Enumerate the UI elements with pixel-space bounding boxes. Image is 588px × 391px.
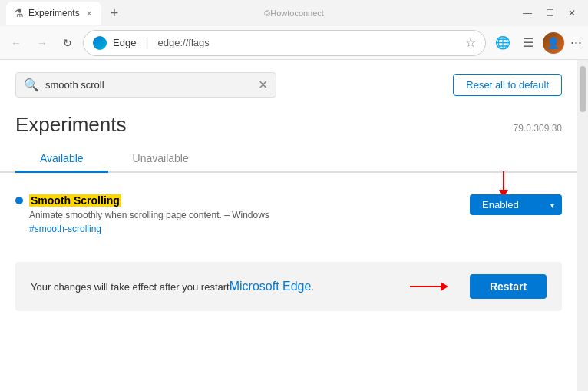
tab-available[interactable]: Available (15, 146, 108, 173)
banner-text-before: Your changes will take effect after you … (31, 281, 230, 293)
page-title-area: Experiments 79.0.309.30 (0, 107, 577, 140)
search-clear-button[interactable]: ✕ (258, 79, 268, 91)
content-wrapper: 🔍 ✕ Reset all to default Experiments 79.… (0, 60, 588, 391)
address-bar-right: 🌐 ☰ 👤 ··· (492, 32, 582, 54)
url-divider: | (145, 36, 148, 50)
minimize-button[interactable]: — (517, 6, 538, 20)
scrollbar[interactable] (577, 60, 588, 391)
arrow-line-horizontal (410, 286, 441, 287)
url-bar[interactable]: Edge | edge://flags ☆ (83, 30, 486, 56)
url-path: edge://flags (158, 37, 210, 48)
favorites-button[interactable]: ☆ (465, 35, 476, 50)
reset-all-button[interactable]: Reset all to default (453, 74, 562, 96)
title-bar-left: ⚗ Experiments ✕ + (6, 2, 124, 25)
experiment-name: Smooth Scrolling (29, 194, 121, 207)
banner-left: Your changes will take effect after you … (31, 280, 314, 293)
experiment-name-row: Smooth Scrolling (15, 194, 269, 207)
tab-label: Experiments (28, 8, 80, 18)
experiment-left: Smooth Scrolling Animate smoothly when s… (15, 194, 269, 234)
experiment-item: Smooth Scrolling Animate smoothly when s… (15, 188, 562, 247)
sidebar-button[interactable]: ☰ (520, 32, 537, 53)
banner-text-after: . (311, 281, 314, 293)
close-button[interactable]: ✕ (562, 6, 582, 20)
version-number: 79.0.309.30 (514, 123, 562, 134)
banner-right: Restart (410, 274, 547, 299)
scroll-thumb[interactable] (580, 66, 586, 112)
banner-edge-link[interactable]: Microsoft Edge (230, 280, 312, 293)
title-bar: ⚗ Experiments ✕ + ©Howtoconnect — ☐ ✕ (0, 0, 588, 26)
arrow-head-right (441, 282, 448, 291)
address-bar: ← → ↻ Edge | edge://flags ☆ 🌐 ☰ 👤 ··· (0, 26, 588, 60)
collections-button[interactable]: 🌐 (492, 32, 514, 53)
experiment-link[interactable]: #smooth-scrolling (29, 224, 269, 234)
arrow-line-vertical (503, 171, 504, 190)
dropdown-container: Default Enabled Disabled ▾ (470, 194, 562, 215)
profile-avatar[interactable]: 👤 (543, 32, 564, 54)
refresh-button[interactable]: ↻ (58, 34, 77, 52)
tab-close-button[interactable]: ✕ (84, 8, 94, 19)
search-box[interactable]: 🔍 ✕ (15, 72, 276, 98)
search-input[interactable] (45, 79, 252, 91)
search-area: 🔍 ✕ Reset all to default (0, 60, 577, 107)
more-options-button[interactable]: ··· (570, 35, 582, 51)
back-button[interactable]: ← (6, 34, 26, 52)
tabs-bar: Available Unavailable (0, 146, 577, 173)
restart-button[interactable]: Restart (470, 274, 547, 299)
experiments-list: Smooth Scrolling Animate smoothly when s… (0, 173, 577, 247)
new-tab-button[interactable]: + (104, 2, 125, 25)
search-icon: 🔍 (24, 78, 39, 92)
browser-name: Edge (113, 37, 136, 48)
active-tab[interactable]: ⚗ Experiments ✕ (6, 2, 101, 25)
experiment-description: Animate smoothly when scrolling page con… (29, 210, 269, 220)
experiment-dropdown[interactable]: Default Enabled Disabled (470, 194, 562, 215)
edge-logo-icon (93, 36, 107, 50)
window-controls: — ☐ ✕ (517, 6, 582, 20)
red-arrow-right (410, 282, 448, 291)
bottom-banner: Your changes will take effect after you … (15, 262, 562, 311)
experiment-dot (15, 197, 23, 204)
experiments-icon: ⚗ (14, 7, 24, 19)
select-wrapper: Default Enabled Disabled ▾ (470, 194, 562, 215)
main-area: 🔍 ✕ Reset all to default Experiments 79.… (0, 60, 577, 391)
red-arrow-down (499, 171, 508, 197)
maximize-button[interactable]: ☐ (540, 6, 560, 20)
page-title: Experiments (15, 113, 127, 137)
tab-unavailable[interactable]: Unavailable (108, 146, 213, 173)
watermark-text: ©Howtoconnect (264, 8, 324, 18)
forward-button[interactable]: → (32, 34, 52, 52)
